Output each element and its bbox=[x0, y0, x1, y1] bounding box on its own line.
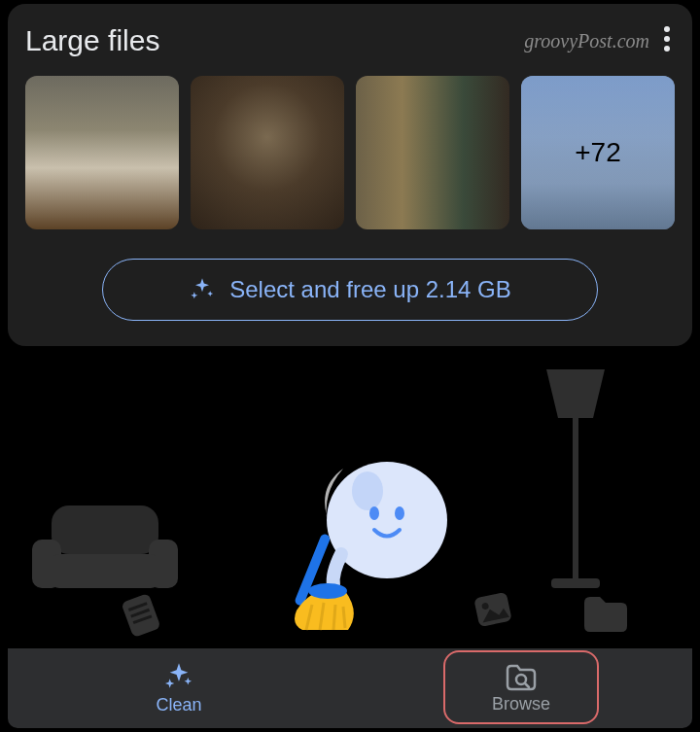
folder-search-icon bbox=[505, 663, 538, 692]
svg-point-20 bbox=[308, 583, 347, 599]
action-button-label: Select and free up 2.14 GB bbox=[229, 276, 511, 303]
svg-point-2 bbox=[664, 46, 670, 52]
nav-browse-label: Browse bbox=[492, 694, 550, 715]
bottom-nav: Clean Browse bbox=[8, 648, 692, 728]
thumbnail-3[interactable] bbox=[356, 76, 509, 229]
nav-clean-label: Clean bbox=[156, 695, 201, 715]
nav-clean[interactable]: Clean bbox=[8, 648, 350, 728]
folder-icon bbox=[580, 593, 629, 634]
nav-browse[interactable]: Browse bbox=[350, 648, 692, 728]
sparkle-icon bbox=[189, 276, 216, 303]
svg-point-1 bbox=[664, 36, 670, 42]
lamp-icon bbox=[527, 369, 624, 593]
watermark-text: groovyPost.com bbox=[524, 30, 649, 52]
svg-point-16 bbox=[352, 471, 383, 510]
thumbnail-more[interactable]: +72 bbox=[521, 76, 675, 229]
svg-rect-7 bbox=[573, 418, 578, 578]
sparkle-icon bbox=[163, 662, 194, 693]
sofa-icon bbox=[27, 496, 183, 603]
large-files-card: Large files groovyPost.com +72 Select an… bbox=[8, 4, 692, 346]
svg-rect-8 bbox=[551, 578, 600, 588]
card-header: Large files groovyPost.com bbox=[25, 21, 675, 60]
more-vert-icon[interactable] bbox=[659, 21, 675, 60]
svg-rect-13 bbox=[473, 592, 511, 627]
image-icon bbox=[469, 585, 517, 634]
thumbnail-2[interactable] bbox=[191, 76, 344, 229]
svg-line-22 bbox=[525, 683, 529, 687]
svg-rect-6 bbox=[52, 554, 158, 588]
thumbnail-row: +72 bbox=[25, 76, 675, 229]
svg-point-0 bbox=[664, 26, 670, 32]
svg-rect-9 bbox=[121, 593, 160, 638]
more-count-label: +72 bbox=[575, 137, 621, 168]
svg-rect-3 bbox=[52, 505, 158, 554]
svg-point-17 bbox=[369, 506, 379, 520]
select-free-up-button[interactable]: Select and free up 2.14 GB bbox=[102, 259, 598, 321]
header-right: groovyPost.com bbox=[524, 21, 675, 60]
svg-point-18 bbox=[395, 506, 404, 520]
cleaning-blob-icon bbox=[295, 437, 460, 632]
card-title: Large files bbox=[25, 24, 159, 57]
illustration-zone bbox=[8, 369, 692, 651]
document-icon bbox=[115, 589, 167, 642]
thumbnail-1[interactable] bbox=[25, 76, 179, 229]
